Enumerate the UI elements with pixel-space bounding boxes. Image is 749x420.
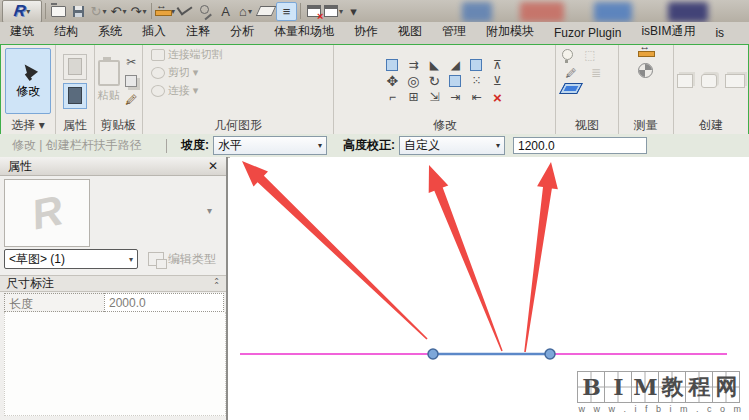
desktop-blob <box>462 2 492 22</box>
properties-title: 属性 <box>8 158 32 175</box>
panel-view: ⬚ 🖉≣ 视图 <box>556 45 618 134</box>
trim-corner-icon[interactable]: ⌐ <box>384 90 401 105</box>
tab-2[interactable]: 系统 <box>88 22 132 44</box>
slope-combobox[interactable]: 水平▾ <box>213 136 327 155</box>
dimensions-section-header[interactable]: 尺寸标注 ⌃⌃ <box>0 275 226 292</box>
section-icon[interactable] <box>256 2 275 21</box>
undo-icon[interactable]: ↶▾ <box>109 2 128 21</box>
tab-5[interactable]: 分析 <box>220 22 264 44</box>
pin-icon[interactable]: ⊼ <box>489 58 506 73</box>
ribbon-tab-bar: 建筑结构系统插入注释分析体量和场地协作视图管理附加模块Fuzor Plugini… <box>0 22 749 44</box>
options-bar: 修改 | 创建栏杆扶手路径 坡度: 水平▾ 高度校正: 自定义▾ 1200.0 <box>0 134 749 158</box>
join-end-cut-tool[interactable]: 连接端切割 <box>151 47 223 62</box>
paste-label[interactable]: 粘贴 <box>98 88 120 103</box>
panel-modify-label: 修改 <box>334 117 555 134</box>
array-icon[interactable]: ⁙ <box>468 74 485 89</box>
property-value[interactable]: 2000.0 <box>104 293 224 312</box>
split-gap-icon[interactable]: ◢ <box>447 58 464 73</box>
unpin-icon[interactable]: ⊻ <box>489 74 506 89</box>
properties-palette-icon[interactable] <box>63 54 87 80</box>
create-assembly-icon[interactable] <box>701 74 717 88</box>
edit-type-button[interactable]: 编辑类型 <box>148 251 216 268</box>
collapse-icon[interactable]: ⌃⌃ <box>213 280 220 288</box>
offset-icon[interactable]: ⇉ <box>405 58 422 73</box>
thin-lines-icon[interactable]: ≡ <box>276 2 297 21</box>
tab-7[interactable]: 协作 <box>344 22 388 44</box>
redo-icon[interactable]: ↷▾ <box>129 2 148 21</box>
sync-with-central-icon[interactable]: ↻▾ <box>89 2 108 21</box>
mirror-draw-icon[interactable] <box>468 58 485 73</box>
rotate-icon[interactable]: ↻ <box>426 74 443 89</box>
tag-icon[interactable] <box>196 2 215 21</box>
trim-single-icon[interactable]: ⇥ <box>447 90 464 105</box>
mirror-pick-icon[interactable] <box>447 74 464 89</box>
reveal-hidden-icon[interactable] <box>562 49 573 60</box>
copy-icon[interactable]: ◎ <box>405 74 422 89</box>
cut-geometry-tool[interactable]: 剪切 ▾ <box>151 65 199 80</box>
close-hidden-windows-icon[interactable] <box>304 2 323 21</box>
desktop-blob <box>668 2 708 22</box>
scale-icon[interactable]: ⇲ <box>426 90 443 105</box>
delete-icon[interactable]: × <box>489 90 506 105</box>
tab-9[interactable]: 管理 <box>432 22 476 44</box>
move-icon[interactable]: ✥ <box>384 74 401 89</box>
quick-access-toolbar: R▾↻▾↶▾↷▾▾A⌂▾≡▾▾ <box>0 0 363 22</box>
panel-properties-label[interactable]: 属性 <box>56 117 94 134</box>
create-group-icon[interactable] <box>677 74 693 88</box>
tab-3[interactable]: 插入 <box>132 22 176 44</box>
open-icon <box>51 6 66 17</box>
tab-11[interactable]: Fuzor Plugin <box>544 23 631 44</box>
tab-4[interactable]: 注释 <box>176 22 220 44</box>
revit-application-menu[interactable]: R▾ <box>2 0 42 22</box>
switch-windows-icon[interactable]: ▾ <box>324 2 343 21</box>
measure-icon <box>155 6 170 16</box>
tab-1[interactable]: 结构 <box>44 22 88 44</box>
watermark-logo: BIM教程网 <box>578 371 744 403</box>
drawing-area[interactable]: BIM教程网 w w w . i f b i m . c o m <box>230 157 749 420</box>
tab-8[interactable]: 视图 <box>388 22 432 44</box>
panel-modify: ✥⌐⇉◎⊞◣↻⇲◢⇥⁙⇤⊼⊻× 修改 <box>334 45 556 134</box>
join-geometry-tool[interactable]: 连接 ▾ <box>151 83 199 98</box>
desktop-blob <box>594 2 632 22</box>
text-icon[interactable]: A <box>216 2 235 21</box>
align-icon[interactable] <box>384 58 401 73</box>
panel-select-label[interactable]: 选择 ▾ <box>1 117 55 134</box>
property-label: 长度 <box>4 293 104 312</box>
tab-6[interactable]: 体量和场地 <box>264 22 344 44</box>
edit-type-icon <box>148 252 164 266</box>
watermark-char: 网 <box>712 371 740 403</box>
match-type-icon[interactable]: 🖉 <box>123 93 140 108</box>
preview-dropdown-icon[interactable]: ▾ <box>207 205 212 216</box>
cut-icon[interactable]: ✂ <box>123 55 140 70</box>
modify-button[interactable]: 修改 <box>5 48 51 114</box>
save-icon[interactable] <box>69 2 88 21</box>
watermark-url: w w w . i f b i m . c o m <box>578 404 744 414</box>
create-similar-icon[interactable] <box>725 74 745 88</box>
type-properties-icon[interactable] <box>63 83 87 109</box>
cut-wall-icon[interactable]: ⊞ <box>405 90 422 105</box>
linework-icon[interactable]: 🖉 <box>562 65 579 80</box>
type-selector-combobox[interactable]: <草图> (1)▾ <box>4 249 138 269</box>
paste-icon[interactable] <box>98 60 120 86</box>
reference-plane-icon[interactable] <box>638 63 653 78</box>
copy-icon[interactable] <box>123 74 140 89</box>
section-box-icon[interactable] <box>560 83 584 94</box>
default-3d-view-icon[interactable]: ⌂▾ <box>236 2 255 21</box>
customize-qat-icon[interactable]: ▾ <box>344 2 363 21</box>
height-correction-combobox[interactable]: 自定义▾ <box>399 136 505 155</box>
tab-0[interactable]: 建筑 <box>0 22 44 44</box>
height-value-input[interactable]: 1200.0 <box>513 137 647 154</box>
ribbon: 修改 选择 ▾ 属性 粘贴 ✂ 🖉 剪贴板 连接端切割 剪切 ▾ <box>0 44 749 135</box>
measure-tool-icon[interactable] <box>638 47 653 57</box>
trim-multi-icon[interactable]: ⇤ <box>468 90 485 105</box>
close-icon[interactable]: ✕ <box>208 159 218 173</box>
open-icon[interactable] <box>49 2 68 21</box>
tab-10[interactable]: 附加模块 <box>476 22 544 44</box>
tab-13[interactable]: is <box>705 23 734 44</box>
measure-icon[interactable]: ▾ <box>155 2 175 21</box>
height-correction-label: 高度校正: <box>343 137 395 154</box>
split-icon[interactable]: ◣ <box>426 58 443 73</box>
aligned-dimension-icon[interactable] <box>176 2 195 21</box>
properties-header[interactable]: 属性 ✕ <box>0 157 226 176</box>
watermark-char: 程 <box>685 371 713 403</box>
